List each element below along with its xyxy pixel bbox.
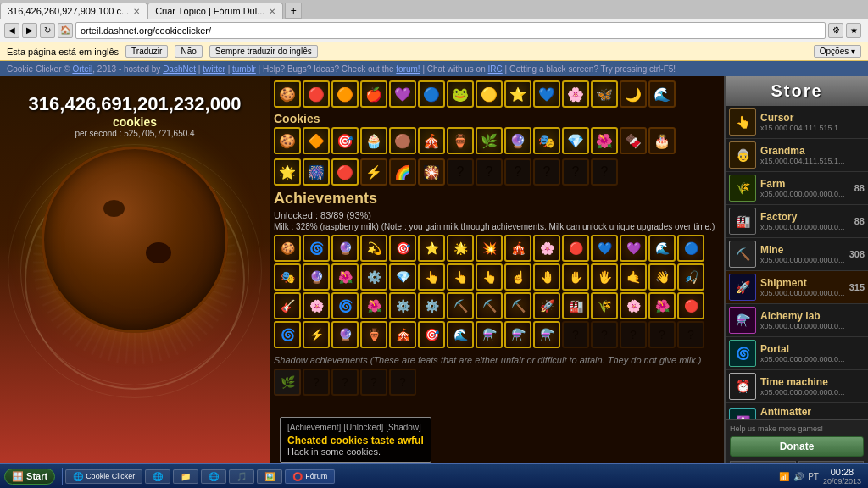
achievement-icon[interactable]: ⚙️	[360, 263, 387, 291]
achievement-icon[interactable]: 🌊	[447, 321, 474, 348]
achievement-icon[interactable]: 🎸	[274, 292, 301, 319]
always-translate-button[interactable]: Sempre traduzir do inglês	[209, 45, 318, 58]
achievement-icon[interactable]: 🌸	[620, 292, 647, 319]
shadow-achievement-locked[interactable]: ?	[331, 369, 359, 396]
achievement-icon[interactable]: ⚙️	[418, 292, 445, 319]
cookie-upgrade[interactable]: 🎭	[533, 127, 560, 154]
cookie-upgrade[interactable]: 🎂	[648, 127, 676, 154]
tab-close-icon-2[interactable]: ✕	[269, 7, 275, 16]
store-item-antimatter[interactable]: ⚛️ Antimatter condenser x05.000.000.000.…	[726, 403, 868, 419]
store-item-farm[interactable]: 🌾 Farm x05.000.000.000.000.0... 88	[726, 172, 868, 205]
cookie-upgrade[interactable]: 🍫	[620, 127, 647, 154]
achievement-icon[interactable]: 💎	[389, 263, 416, 291]
achievement-icon[interactable]: 🍪	[274, 235, 301, 262]
achievement-icon[interactable]: 🌟	[447, 235, 474, 262]
star-button[interactable]: ★	[846, 23, 861, 38]
achievement-hand[interactable]: ✋	[562, 263, 589, 291]
achievement-icon[interactable]: 🔮	[331, 235, 359, 262]
store-item-shipment[interactable]: 🚀 Shipment x05.000.000.000.000.0... 315	[726, 271, 868, 304]
achievement-icon[interactable]: ⛏️	[504, 292, 531, 319]
achievement-icon[interactable]: 🌸	[303, 292, 330, 319]
forward-button[interactable]: ▶	[22, 23, 37, 38]
upgrade-icon[interactable]: ⭐	[504, 80, 531, 108]
achievement-icon[interactable]: ⛏️	[476, 292, 503, 319]
upgrade-icon[interactable]: 🟠	[331, 80, 359, 108]
store-item-grandma[interactable]: 👵 Grandma x15.000.004.111.515.1...	[726, 139, 868, 172]
achievement-locked[interactable]: ?	[562, 321, 589, 348]
achievement-icon[interactable]: ⚗️	[533, 321, 560, 348]
upgrade-icon[interactable]: 🟡	[476, 80, 503, 108]
upgrade-icon[interactable]: 💜	[389, 80, 416, 108]
upgrade-icon[interactable]: 🔴	[303, 80, 330, 108]
shadow-achievement-locked[interactable]: ?	[303, 369, 330, 396]
taskbar-paint[interactable]: 🖼️	[257, 469, 282, 484]
achievement-locked[interactable]: ?	[677, 321, 704, 348]
cookie-upgrade[interactable]: 🌈	[389, 158, 416, 186]
shadow-achievement-locked[interactable]: ?	[360, 369, 387, 396]
achievement-icon[interactable]: 🔴	[677, 292, 704, 319]
achievement-icon[interactable]: ⛏️	[447, 292, 474, 319]
cookie-upgrade[interactable]: 🔶	[303, 127, 330, 154]
achievement-icon[interactable]: 🌀	[303, 235, 330, 262]
achievement-icon[interactable]: 🌀	[274, 321, 301, 348]
achievement-icon[interactable]: 🌸	[533, 235, 560, 262]
cookie-upgrade[interactable]: 🎪	[418, 127, 445, 154]
achievement-locked[interactable]: ?	[620, 321, 647, 348]
cookie-upgrade[interactable]: 🍪	[274, 127, 301, 154]
achievement-icon[interactable]: 🎭	[274, 263, 301, 291]
store-item-cursor[interactable]: 👆 Cursor x15.000.004.111.515.1...	[726, 106, 868, 139]
translate-button[interactable]: Traduzir	[125, 45, 168, 58]
achievement-icon[interactable]: 🎯	[389, 235, 416, 262]
achievement-icon[interactable]: ⚡	[303, 321, 330, 348]
cookie-upgrade-locked[interactable]: ?	[504, 158, 531, 186]
store-item-mine[interactable]: ⛏️ Mine x05.000.000.000.000.0... 308	[726, 238, 868, 271]
tab-inactive[interactable]: Criar Tópico | Fórum Dul... ✕	[147, 3, 283, 19]
tab-active[interactable]: 316,426,260,927,909,100 c... ✕	[0, 3, 147, 19]
achievement-icon[interactable]: 🔮	[331, 321, 359, 348]
upgrade-icon[interactable]: 🐸	[447, 80, 474, 108]
achievement-cursor[interactable]: 👆	[476, 263, 503, 291]
achievement-locked[interactable]: ?	[591, 321, 618, 348]
upgrade-icon[interactable]: 🍪	[274, 80, 301, 108]
achievement-cursor[interactable]: 👆	[418, 263, 445, 291]
achievement-icon[interactable]: 🌀	[331, 292, 359, 319]
shadow-achievement[interactable]: 🌿	[274, 369, 301, 396]
taskbar-explorer[interactable]: 🌐	[145, 469, 170, 484]
achievement-icon[interactable]: 🔴	[562, 235, 589, 262]
store-item-timemachine[interactable]: ⏰ Time machine x05.000.000.000.000.0...	[726, 370, 868, 403]
achievement-icon[interactable]: 🌺	[648, 292, 676, 319]
achievement-icon[interactable]: ⚗️	[476, 321, 503, 348]
achievement-icon[interactable]: 🎯	[418, 321, 445, 348]
start-button[interactable]: 🪟 Start	[4, 469, 55, 485]
taskbar-ie[interactable]: 🌐 Cookie Clicker	[65, 469, 142, 484]
cookie-upgrade-locked[interactable]: ?	[447, 158, 474, 186]
achievement-cursor[interactable]: 👆	[447, 263, 474, 291]
taskbar-folder[interactable]: 📁	[173, 469, 198, 484]
achievement-icon[interactable]: 💫	[360, 235, 387, 262]
achievement-icon[interactable]: 🌺	[360, 292, 387, 319]
achievement-icon[interactable]: 🔮	[303, 263, 330, 291]
achievement-icon[interactable]: 💥	[476, 235, 503, 262]
cookie-upgrade[interactable]: 🟤	[389, 127, 416, 154]
cookie-upgrade[interactable]: 💎	[562, 127, 589, 154]
no-translate-button[interactable]: Não	[175, 45, 202, 58]
new-tab-button[interactable]: +	[285, 3, 302, 19]
upgrade-icon[interactable]: 🍎	[360, 80, 387, 108]
achievement-icon[interactable]: 🌺	[331, 263, 359, 291]
cookie-upgrade[interactable]: 🌺	[591, 127, 618, 154]
achievement-icon[interactable]: 🚀	[533, 292, 560, 319]
achievement-hand[interactable]: 🤙	[620, 263, 647, 291]
cookie-upgrade[interactable]: 🎯	[331, 127, 359, 154]
achievement-hand[interactable]: 👋	[648, 263, 676, 291]
achievement-icon[interactable]: 🌾	[591, 292, 618, 319]
tab-close-icon[interactable]: ✕	[133, 7, 140, 16]
upgrade-icon[interactable]: 🌙	[620, 80, 647, 108]
cookie-upgrade[interactable]: 🏺	[447, 127, 474, 154]
store-item-portal[interactable]: 🌀 Portal x05.000.000.000.000.0...	[726, 337, 868, 370]
achievement-icon[interactable]: 💙	[591, 235, 618, 262]
achievement-icon[interactable]: ⭐	[418, 235, 445, 262]
cookie-button[interactable]	[42, 147, 228, 333]
shadow-achievement-locked[interactable]: ?	[389, 369, 416, 396]
address-input[interactable]	[75, 22, 826, 39]
achievement-icon[interactable]: 🌊	[648, 235, 676, 262]
